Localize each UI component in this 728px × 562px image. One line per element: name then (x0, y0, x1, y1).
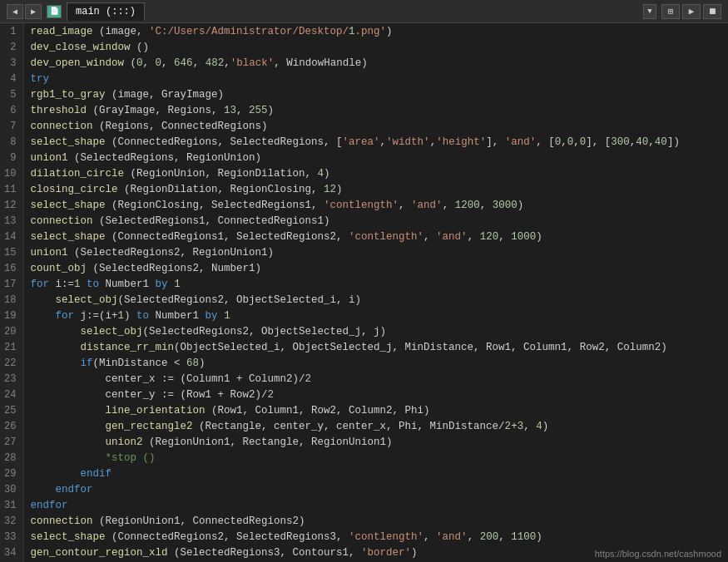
line-number: 22 (0, 355, 23, 371)
line-number: 31 (0, 497, 23, 513)
line-number: 20 (0, 323, 23, 339)
line-number: 10 (0, 165, 23, 181)
table-row: 32connection (RegionUnion1, ConnectedReg… (0, 513, 728, 529)
table-row: 26 gen_rectangle2 (Rectangle, center_y, … (0, 418, 728, 434)
line-number: 14 (0, 229, 23, 244)
line-number: 11 (0, 181, 23, 197)
line-content[interactable]: distance_rr_min(ObjectSelected_i, Object… (23, 339, 728, 355)
line-content[interactable]: select_obj(SelectedRegions2, ObjectSelec… (23, 292, 728, 308)
line-content[interactable]: union1 (SelectedRegions2, RegionUnion1) (23, 244, 728, 260)
run-icon[interactable]: ▶ (682, 4, 701, 19)
table-row: 13connection (SelectedRegions1, Connecte… (0, 213, 728, 229)
table-row: 10dilation_circle (RegionUnion, RegionDi… (0, 165, 728, 181)
line-number: 5 (0, 86, 23, 102)
line-content[interactable]: if(MinDistance < 68) (23, 355, 728, 371)
line-content[interactable]: gen_rectangle2 (Rectangle, center_y, cen… (23, 418, 728, 434)
table-row: 12select_shape (RegionClosing, SelectedR… (0, 197, 728, 213)
line-content[interactable]: center_x := (Column1 + Column2)/2 (23, 371, 728, 387)
line-number: 30 (0, 481, 23, 497)
line-number: 12 (0, 197, 23, 213)
line-content[interactable]: select_shape (RegionClosing, SelectedReg… (23, 197, 728, 213)
line-number: 33 (0, 529, 23, 545)
table-row: 20 select_obj(SelectedRegions2, ObjectSe… (0, 323, 728, 339)
table-row: 16count_obj (SelectedRegions2, Number1) (0, 260, 728, 276)
code-table: 1read_image (image, 'C:/Users/Administra… (0, 23, 728, 562)
table-row: 2dev_close_window () (0, 39, 728, 55)
line-number: 34 (0, 545, 23, 560)
table-row: 28 *stop () (0, 450, 728, 466)
line-content[interactable]: union1 (SelectedRegions, RegionUnion) (23, 150, 728, 165)
line-content[interactable]: for j:=(i+1) to Number1 by 1 (23, 308, 728, 323)
line-content[interactable]: select_shape (ConnectedRegions1, Selecte… (23, 229, 728, 244)
line-number: 25 (0, 402, 23, 418)
watermark: https://blog.csdn.net/cashmood (595, 549, 721, 559)
toolbar-icons: ⊞ ▶ ⏹ (661, 4, 721, 19)
table-row: 9union1 (SelectedRegions, RegionUnion) (0, 150, 728, 165)
line-number: 26 (0, 418, 23, 434)
line-content[interactable]: select_shape (ConnectedRegions2, Selecte… (23, 529, 728, 545)
line-number: 6 (0, 102, 23, 118)
table-row: 25 line_orientation (Row1, Column1, Row2… (0, 402, 728, 418)
line-number: 7 (0, 118, 23, 134)
new-window-icon[interactable]: ⊞ (661, 4, 680, 19)
line-number: 27 (0, 434, 23, 450)
line-content[interactable]: select_obj(SelectedRegions2, ObjectSelec… (23, 323, 728, 339)
nav-buttons: ◀ ▶ (7, 4, 42, 19)
table-row: 19 for j:=(i+1) to Number1 by 1 (0, 308, 728, 323)
line-content[interactable]: read_image (image, 'C:/Users/Administrat… (23, 23, 728, 39)
line-content[interactable]: closing_circle (RegionDilation, RegionCl… (23, 181, 728, 197)
tab-area: main (:::) (67, 2, 638, 21)
stop-icon[interactable]: ⏹ (703, 4, 721, 19)
line-number: 17 (0, 276, 23, 292)
line-content[interactable]: threshold (GrayImage, Regions, 13, 255) (23, 102, 728, 118)
line-content[interactable]: endif (23, 466, 728, 481)
dropdown-button[interactable]: ▼ (643, 4, 656, 19)
line-number: 13 (0, 213, 23, 229)
title-bar: ◀ ▶ 📄 main (:::) ▼ ⊞ ▶ ⏹ (0, 0, 728, 23)
table-row: 4try (0, 71, 728, 86)
line-content[interactable]: dev_open_window (0, 0, 646, 482,'black',… (23, 55, 728, 71)
line-content[interactable]: select_shape (ConnectedRegions, Selected… (23, 134, 728, 150)
line-content[interactable]: try (23, 71, 728, 86)
table-row: 24 center_y := (Row1 + Row2)/2 (0, 387, 728, 402)
forward-button[interactable]: ▶ (25, 4, 42, 19)
line-content[interactable]: line_orientation (Row1, Column1, Row2, C… (23, 402, 728, 418)
line-number: 29 (0, 466, 23, 481)
line-content[interactable]: union2 (RegionUnion1, Rectangle, RegionU… (23, 434, 728, 450)
line-number: 2 (0, 39, 23, 55)
file-icon: 📄 (47, 5, 62, 18)
table-row: 29 endif (0, 466, 728, 481)
table-row: 17for i:=1 to Number1 by 1 (0, 276, 728, 292)
table-row: 33select_shape (ConnectedRegions2, Selec… (0, 529, 728, 545)
line-content[interactable]: dev_close_window () (23, 39, 728, 55)
table-row: 21 distance_rr_min(ObjectSelected_i, Obj… (0, 339, 728, 355)
line-number: 24 (0, 387, 23, 402)
line-content[interactable]: connection (RegionUnion1, ConnectedRegio… (23, 513, 728, 529)
line-content[interactable]: connection (SelectedRegions1, ConnectedR… (23, 213, 728, 229)
table-row: 7connection (Regions, ConnectedRegions) (0, 118, 728, 134)
line-content[interactable]: endfor (23, 481, 728, 497)
line-content[interactable]: *stop () (23, 450, 728, 466)
table-row: 1read_image (image, 'C:/Users/Administra… (0, 23, 728, 39)
line-number: 23 (0, 371, 23, 387)
table-row: 23 center_x := (Column1 + Column2)/2 (0, 371, 728, 387)
table-row: 22 if(MinDistance < 68) (0, 355, 728, 371)
main-tab[interactable]: main (:::) (67, 2, 145, 21)
back-button[interactable]: ◀ (7, 4, 23, 19)
line-number: 1 (0, 23, 23, 39)
table-row: 3dev_open_window (0, 0, 646, 482,'black'… (0, 55, 728, 71)
line-number: 4 (0, 71, 23, 86)
line-number: 15 (0, 244, 23, 260)
line-content[interactable]: count_obj (SelectedRegions2, Number1) (23, 260, 728, 276)
line-number: 21 (0, 339, 23, 355)
line-content[interactable]: rgb1_to_gray (image, GrayImage) (23, 86, 728, 102)
line-content[interactable]: for i:=1 to Number1 by 1 (23, 276, 728, 292)
line-number: 28 (0, 450, 23, 466)
line-number: 16 (0, 260, 23, 276)
table-row: 6threshold (GrayImage, Regions, 13, 255) (0, 102, 728, 118)
line-content[interactable]: endfor (23, 497, 728, 513)
table-row: 15union1 (SelectedRegions2, RegionUnion1… (0, 244, 728, 260)
line-content[interactable]: center_y := (Row1 + Row2)/2 (23, 387, 728, 402)
line-content[interactable]: connection (Regions, ConnectedRegions) (23, 118, 728, 134)
line-content[interactable]: dilation_circle (RegionUnion, RegionDila… (23, 165, 728, 181)
